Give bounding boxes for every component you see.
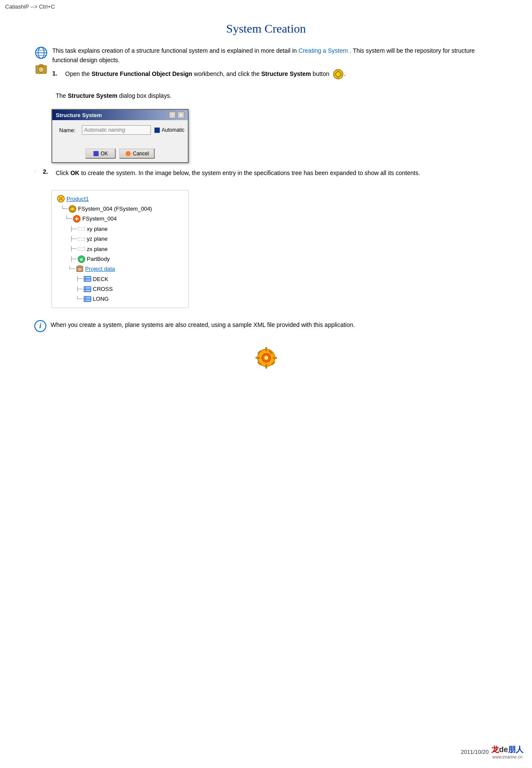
yz-plane-icon [78, 236, 85, 242]
dialog-checkbox-text: Automatic [162, 127, 184, 133]
svg-rect-54 [273, 357, 277, 359]
page-title: System Creation [34, 22, 498, 36]
dialog-automatic-checkbox[interactable] [154, 127, 160, 133]
svg-rect-32 [78, 248, 85, 251]
structure-system-button-icon [333, 69, 344, 80]
xy-plane-icon [78, 226, 85, 232]
svg-rect-29 [78, 238, 85, 241]
svg-point-13 [341, 73, 343, 75]
tree-item8: ├─ DECK [57, 274, 183, 284]
tree-item1: └─ FSystem_004 (FSystem_004) [57, 204, 183, 214]
creating-a-system-link[interactable]: Creating a System [298, 47, 348, 54]
dialog-box: Structure System ? ✕ Name: Automatic [51, 109, 189, 163]
tree-view: Product1 └─ FSystem_004 (FSystem_004) └─… [51, 190, 189, 308]
svg-point-11 [337, 69, 340, 71]
brand-url: www.imarine.cn [492, 755, 522, 759]
info-text: When you create a system, plane systems … [51, 320, 355, 330]
svg-point-19 [59, 197, 63, 200]
footer: 2011/10/20 龙 de 朋人 www.imarine.cn [461, 744, 523, 759]
globe-icon [34, 46, 48, 60]
tree-item6: ├─ PartBody [57, 254, 183, 264]
bullet-dot: · [34, 168, 43, 178]
step2-number: 2. [43, 168, 56, 178]
workbench-name: Structure Functional Object Design [92, 70, 192, 77]
info-section: i When you create a system, plane system… [34, 320, 498, 332]
tree-item9: ├─ CROSS [57, 284, 183, 294]
footer-date: 2011/10/20 [461, 749, 489, 755]
fsystem-group-icon [69, 205, 76, 213]
dialog-close-button[interactable]: ✕ [177, 112, 184, 118]
step2-text: Click OK to create the system. In the im… [56, 168, 420, 178]
ok-reference: OK [70, 169, 79, 176]
svg-point-14 [337, 77, 340, 79]
zx-plane-icon [78, 246, 85, 252]
cancel-icon [125, 151, 131, 157]
product-icon [57, 195, 65, 203]
dialog-help-button[interactable]: ? [169, 112, 176, 118]
svg-point-17 [126, 151, 131, 156]
tree-item4: ├─ yz plane [57, 234, 183, 244]
step2-section: · 2. Click OK to create the system. In t… [34, 168, 498, 178]
tree-item2-label: FSystem_004 [82, 214, 117, 224]
tree-item5: ├─ zx plane [57, 244, 183, 254]
tree-item2: └─ FSystem_004 [57, 214, 183, 224]
structure-system-dialog: Structure System ? ✕ Name: Automatic [51, 109, 189, 163]
dialog-title-bar: Structure System ? ✕ [52, 110, 188, 120]
svg-rect-52 [265, 364, 267, 369]
svg-point-59 [264, 356, 268, 360]
partbody-icon [78, 255, 85, 263]
long-icon [84, 295, 91, 303]
top-bar: CatiashiP --> Ctrl+C [0, 0, 532, 13]
dialog-name-input[interactable] [82, 125, 151, 135]
tree-root-label[interactable]: Product1 [66, 194, 89, 204]
svg-rect-8 [39, 64, 43, 67]
intro-text1: This task explains creation of a structu… [52, 47, 297, 54]
svg-point-22 [63, 198, 64, 200]
dialog-name-ref: Structure System [68, 92, 117, 99]
step1-number: 1. [52, 69, 61, 78]
project-data-icon [76, 265, 84, 273]
tree-item10-label: LONG [93, 294, 109, 304]
dialog-automatic-label: Automatic [154, 127, 184, 133]
svg-rect-16 [93, 151, 99, 156]
tree-item7-label[interactable]: Project data [85, 264, 115, 274]
dialog-name-row: Name: Automatic [59, 125, 181, 135]
main-content: System Creation This task explains creat… [0, 13, 532, 398]
dialog-title: Structure System [56, 112, 102, 118]
tree-item5-label: zx plane [87, 244, 108, 254]
svg-point-23 [60, 200, 62, 202]
svg-rect-26 [78, 228, 85, 230]
after-dialog-text: The Structure System dialog box displays… [56, 91, 498, 100]
svg-rect-53 [255, 357, 260, 359]
dialog-body: Name: Automatic [52, 120, 188, 145]
tree-item3: ├─ xy plane [57, 224, 183, 234]
tree-item4-label: yz plane [87, 234, 108, 244]
deck-icon [84, 275, 91, 283]
cross-icon [84, 285, 91, 293]
svg-rect-15 [156, 128, 159, 132]
tree-item10: └─ LONG [57, 294, 183, 304]
bottom-image [34, 345, 498, 372]
ok-icon [93, 151, 99, 157]
info-icon: i [34, 320, 46, 332]
tree-item8-label: DECK [93, 274, 108, 284]
intro-section: This task explains creation of a structu… [34, 46, 498, 84]
svg-point-21 [58, 198, 60, 200]
tree-item6-label: PartBody [87, 254, 110, 264]
button-label: Structure System [261, 70, 311, 77]
workbench-icon [34, 62, 48, 76]
brand-long: 龙 [491, 744, 499, 755]
brand-de: de [499, 745, 508, 754]
tree-root: Product1 [57, 194, 183, 204]
tree-item3-label: xy plane [87, 224, 108, 234]
dialog-ok-button[interactable]: OK [85, 148, 116, 159]
svg-point-20 [60, 196, 62, 197]
dialog-controls: ? ✕ [169, 112, 184, 118]
tree-item1-label: FSystem_004 (FSystem_004) [78, 204, 152, 214]
dialog-footer: OK Cancel [52, 145, 188, 162]
fsystem-icon [73, 215, 81, 223]
svg-point-12 [334, 73, 336, 75]
brand-friend: 朋人 [508, 744, 523, 755]
dialog-cancel-button[interactable]: Cancel [119, 148, 155, 159]
tree-item7: └─ Project data [57, 264, 183, 274]
